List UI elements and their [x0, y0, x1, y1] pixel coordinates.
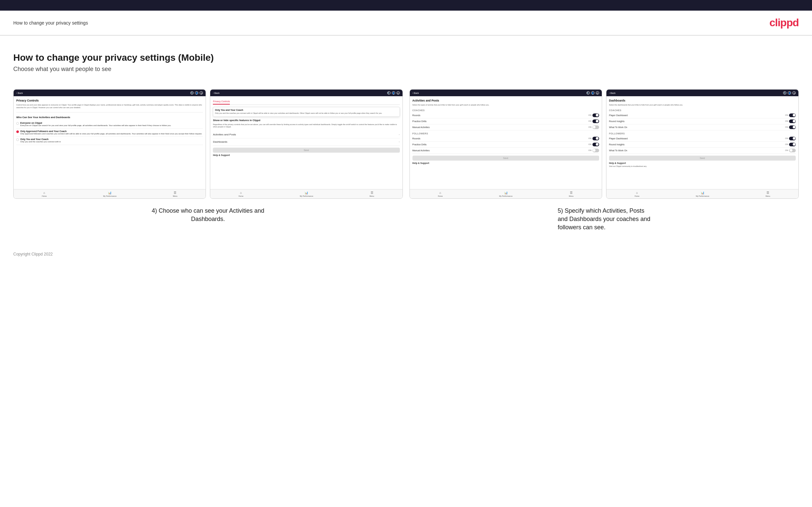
page-footer: Copyright Clippd 2022 — [0, 245, 812, 263]
rounds-coaches-on-label: ON — [589, 114, 592, 116]
manual-followers-toggle[interactable] — [593, 149, 599, 152]
screenshot-pair-2: ‹ Back 🔍 👤 ⚙ Activities and Posts Select… — [409, 89, 799, 199]
footer-home-4[interactable]: ⌂ Home — [635, 191, 640, 197]
manual-coaches-toggle[interactable] — [593, 125, 599, 129]
back-button-2[interactable]: ‹ Back — [213, 92, 219, 94]
playerdash-coaches-label: Player Dashboard — [609, 114, 628, 116]
who-can-see-title: Who Can See Your Activities and Dashboar… — [16, 116, 203, 119]
save-button-3[interactable]: Save — [412, 156, 599, 161]
caption-4: 4) Choose who can see your Activities an… — [148, 207, 268, 223]
header-icons-1: 🔍 👤 ⚙ — [190, 91, 203, 95]
perf-icon-1: 📊 — [108, 191, 112, 194]
chevron-dashboards: › — [399, 140, 400, 143]
dashboards-label: Dashboards — [213, 140, 227, 143]
whattowork-followers-on-label: ON — [785, 149, 788, 151]
screenshots-row: ‹ Back 🔍 👤 ⚙ Privacy Controls Control ho… — [13, 89, 799, 232]
dashboards-link[interactable]: Dashboards › — [213, 138, 400, 146]
header-icons-4: 🔍 👤 ⚙ — [783, 91, 796, 95]
person-icon-3[interactable]: 👤 — [591, 91, 595, 95]
popup-box: Only You and Your Coach Only you and the… — [213, 107, 400, 117]
roundinsights-followers-toggle[interactable] — [789, 143, 796, 146]
coaches-label-3: COACHES — [412, 109, 599, 111]
rounds-coaches-label: Rounds — [412, 114, 420, 116]
caption-5-text: 5) Specify which Activities, Posts and D… — [558, 207, 650, 231]
footer-home-3[interactable]: ⌂ Home — [438, 191, 443, 197]
option-everyone[interactable]: Everyone on Clippd Everyone on Clippd ca… — [16, 120, 203, 128]
footer-home-1[interactable]: ⌂ Home — [42, 191, 47, 197]
option-approved[interactable]: Only Approved Followers and Your Coach O… — [16, 129, 203, 137]
manual-followers-on-label: ON — [589, 149, 592, 151]
save-button-4[interactable]: Save — [609, 156, 796, 161]
screenshot-group-1: ‹ Back 🔍 👤 ⚙ Privacy Controls Control ho… — [13, 89, 403, 223]
perf-icon-2: 📊 — [305, 191, 308, 194]
footer-home-2[interactable]: ⌂ Home — [239, 191, 244, 197]
settings-icon-2[interactable]: ⚙ — [397, 91, 400, 95]
playerdash-followers-label: Player Dashboard — [609, 137, 628, 140]
mobile-screen-2-footer: ⌂ Home 📊 My Performance ☰ Menu — [210, 189, 402, 199]
roundinsights-followers-on-label: ON — [785, 143, 788, 145]
option-everyone-desc: Everyone on Clippd can search for you an… — [20, 124, 171, 127]
footer-menu-label-2: Menu — [370, 195, 374, 197]
radio-everyone[interactable] — [16, 122, 19, 125]
radio-only-you[interactable] — [16, 138, 19, 141]
rounds-coaches-toggle[interactable] — [593, 113, 599, 117]
activities-posts-title: Activities and Posts — [412, 99, 599, 102]
radio-approved[interactable] — [16, 130, 19, 133]
footer-menu-label-4: Menu — [765, 195, 770, 197]
manual-coaches-label: Manual Activities — [412, 126, 430, 128]
back-button-3[interactable]: ‹ Back — [412, 92, 419, 94]
footer-menu-4[interactable]: ☰ Menu — [765, 191, 770, 197]
mobile-screen-2-body: Privacy Controls Only You and Your Coach… — [210, 96, 402, 189]
activities-posts-link[interactable]: Activities and Posts › — [213, 131, 400, 138]
person-icon-4[interactable]: 👤 — [788, 91, 791, 95]
practice-followers-toggle[interactable] — [593, 143, 599, 146]
back-button-1[interactable]: ‹ Back — [16, 92, 23, 94]
privacy-controls-tab[interactable]: Privacy Controls — [213, 99, 230, 105]
footer-menu-2[interactable]: ☰ Menu — [370, 191, 374, 197]
save-button-2[interactable]: Save — [213, 148, 400, 153]
option-approved-desc: Only approved followers and coaches you … — [20, 132, 202, 135]
person-icon-1[interactable]: 👤 — [195, 91, 198, 95]
settings-icon-3[interactable]: ⚙ — [596, 91, 599, 95]
roundinsights-coaches-on-label: ON — [785, 120, 788, 122]
footer-perf-2[interactable]: 📊 My Performance — [300, 191, 313, 197]
whattowork-followers-label: What To Work On — [609, 149, 627, 152]
whattowork-coaches-label: What To Work On — [609, 126, 627, 128]
privacy-controls-title: Privacy Controls — [16, 99, 203, 102]
menu-icon-1: ☰ — [174, 191, 176, 194]
option-approved-text: Only Approved Followers and Your Coach O… — [20, 130, 202, 135]
logo: clippd — [769, 16, 799, 29]
footer-menu-3[interactable]: ☰ Menu — [569, 191, 573, 197]
roundinsights-followers-toggle-group: ON — [785, 143, 796, 146]
search-icon-4[interactable]: 🔍 — [783, 91, 786, 95]
main-content: How to change your privacy settings (Mob… — [0, 36, 812, 245]
whattowork-followers-toggle[interactable] — [789, 149, 796, 152]
playerdash-followers-toggle[interactable] — [789, 137, 796, 140]
caption-5: 5) Specify which Activities, Posts and D… — [558, 207, 650, 232]
search-icon-3[interactable]: 🔍 — [587, 91, 590, 95]
back-button-4[interactable]: ‹ Back — [609, 92, 616, 94]
mobile-screen-3-body: Activities and Posts Select the types of… — [410, 96, 602, 189]
whattowork-coaches-toggle[interactable] — [789, 125, 796, 129]
footer-perf-3[interactable]: 📊 My Performance — [499, 191, 512, 197]
option-everyone-text: Everyone on Clippd Everyone on Clippd ca… — [20, 122, 171, 127]
home-icon-3: ⌂ — [439, 191, 441, 194]
footer-menu-1[interactable]: ☰ Menu — [173, 191, 178, 197]
settings-icon-4[interactable]: ⚙ — [793, 91, 796, 95]
practice-coaches-toggle[interactable] — [593, 119, 599, 123]
playerdash-followers-on-label: ON — [785, 137, 788, 139]
playerdash-coaches-toggle[interactable] — [789, 113, 796, 117]
search-icon-2[interactable]: 🔍 — [387, 91, 391, 95]
person-icon-2[interactable]: 👤 — [392, 91, 395, 95]
roundinsights-coaches-toggle[interactable] — [789, 119, 796, 123]
option-only-you[interactable]: Only You and Your Coach Only you and the… — [16, 137, 203, 145]
home-icon-2: ⌂ — [240, 191, 242, 194]
rounds-followers-toggle[interactable] — [593, 137, 599, 140]
search-icon-1[interactable]: 🔍 — [190, 91, 194, 95]
footer-perf-4[interactable]: 📊 My Performance — [696, 191, 709, 197]
practice-coaches-toggle-group: ON — [589, 119, 599, 123]
whattowork-followers-toggle-group: ON — [785, 149, 796, 152]
footer-perf-1[interactable]: 📊 My Performance — [103, 191, 116, 197]
rounds-followers-toggle-group: ON — [589, 137, 599, 140]
settings-icon-1[interactable]: ⚙ — [200, 91, 203, 95]
